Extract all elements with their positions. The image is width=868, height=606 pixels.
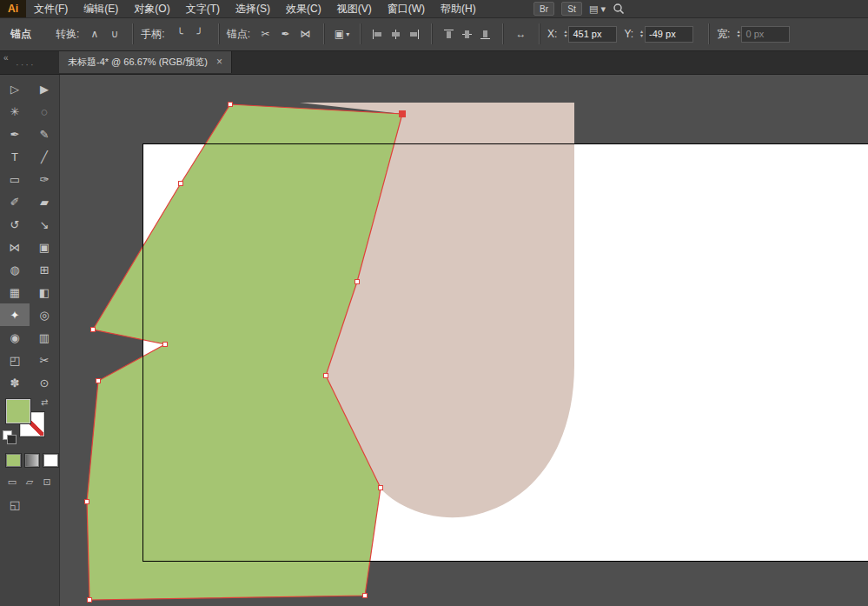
anchor-point[interactable] [163,343,168,347]
align-top-icon[interactable] [442,28,455,41]
convert-corner-icon[interactable]: ∧ [85,25,103,43]
align-left-icon[interactable] [371,28,384,41]
handles-hide-icon[interactable]: ╯ [191,25,209,43]
connect-path-icon[interactable]: ⋈ [296,25,315,43]
anchor-point[interactable] [324,374,328,378]
app-logo: Ai [0,0,26,17]
menu-help[interactable]: 帮助(H) [433,0,484,17]
type-tool[interactable]: T [0,145,30,168]
convert-smooth-icon[interactable]: ∪ [105,25,123,43]
document-tab-title: 未标题-4* @ 66.67% (RGB/预览) [68,56,208,69]
blend-tool[interactable]: ◎ [30,303,59,326]
separator [502,23,503,44]
line-segment-tool[interactable]: ╱ [30,145,59,168]
menu-edit[interactable]: 编辑(E) [76,0,126,17]
search-icon[interactable] [613,3,625,15]
draw-normal-icon[interactable]: ▭ [5,475,19,489]
hand-tool[interactable]: ✽ [0,371,30,394]
scale-tool[interactable]: ↘ [30,213,59,236]
align-middle-icon[interactable] [461,28,474,41]
paintbrush-tool[interactable]: ✑ [30,168,59,190]
align-right-icon[interactable] [407,28,421,41]
menu-window[interactable]: 窗口(W) [380,0,433,17]
width-stepper[interactable]: ▴ ▾ [737,30,739,38]
free-transform-tool[interactable]: ▣ [30,236,59,258]
perspective-grid-tool[interactable]: ⊞ [30,258,59,281]
column-graph-tool[interactable]: ▥ [30,326,59,349]
x-input[interactable]: 451 px [568,26,617,43]
artboard-tool[interactable]: ◰ [0,349,30,371]
rotate-tool[interactable]: ↺ [0,213,30,236]
stock-button[interactable]: St [561,2,582,16]
canvas-svg[interactable] [59,74,868,606]
eraser-tool[interactable]: ▰ [30,190,59,213]
x-label: X: [547,28,557,40]
anchor-point[interactable] [85,500,89,504]
width-tool[interactable]: ⋈ [0,236,30,258]
separator [360,23,361,44]
rectangle-tool[interactable]: ▭ [0,168,30,190]
none-fill-button[interactable] [43,453,59,468]
anchor-point[interactable] [88,598,92,603]
handles-show-icon[interactable]: ╰ [171,25,189,43]
isolate-box-icon: ▣ [335,28,344,40]
lasso-tool[interactable]: ◌ [30,100,59,123]
collapse-panel-icon[interactable]: « [3,53,7,63]
anchor-point[interactable] [379,486,383,490]
menu-file[interactable]: 文件(F) [26,0,76,17]
zoom-tool[interactable]: ⊙ [30,371,59,394]
symbol-sprayer-tool[interactable]: ◉ [0,326,30,349]
tab-bar: « ···· 未标题-4* @ 66.67% (RGB/预览) × [0,50,868,75]
pen-tool[interactable]: ✒ [0,123,30,145]
x-stepper[interactable]: ▴ ▾ [564,30,567,38]
anchor-point[interactable] [355,280,360,284]
bridge-button[interactable]: Br [533,2,554,16]
selected-anchor-point[interactable] [400,111,406,117]
distribute-spacing-icon[interactable]: ↔ [512,25,530,43]
workspace-switcher[interactable]: ▤ ▾ [589,3,606,15]
gradient-tool[interactable]: ◧ [30,281,59,303]
anchor-point[interactable] [96,379,101,383]
anchor-point[interactable] [91,328,96,332]
drawing-modes: ▭ ▱ ⊡ [0,468,59,489]
anchor-point[interactable] [179,182,183,186]
y-label: Y: [624,28,633,40]
separator [132,23,133,44]
close-tab-button[interactable]: × [216,56,222,68]
isolate-object-icon[interactable]: ▣ ▾ [333,25,351,43]
swap-fill-stroke-icon[interactable]: ⇄ [41,397,48,407]
curvature-tool[interactable]: ✎ [30,123,59,145]
slice-tool[interactable]: ✂ [30,349,59,371]
anchor-point[interactable] [229,103,233,107]
magic-wand-tool[interactable]: ✳ [0,100,30,123]
delete-anchor-icon[interactable]: ✒ [276,25,295,43]
pencil-tool[interactable]: ✐ [0,190,30,213]
color-fill-button[interactable] [5,453,22,468]
draw-inside-icon[interactable]: ⊡ [40,475,54,489]
fill-swatch[interactable] [6,399,30,423]
gradient-fill-button[interactable] [24,453,41,468]
draw-behind-icon[interactable]: ▱ [23,475,36,489]
y-stepper[interactable]: ▴ ▾ [640,30,643,38]
align-bottom-icon[interactable] [479,28,492,41]
menu-select[interactable]: 选择(S) [228,0,278,17]
eyedropper-tool[interactable]: ✦ [0,303,30,326]
direct-selection-tool[interactable]: ▷ [0,77,30,100]
shape-builder-tool[interactable]: ◍ [0,258,30,281]
width-input[interactable]: 0 px [741,26,790,43]
anchor-point[interactable] [363,594,368,598]
cut-path-icon[interactable]: ✂ [256,25,275,43]
selection-tool[interactable]: ▶ [30,77,59,100]
document-tab[interactable]: 未标题-4* @ 66.67% (RGB/预览) × [59,50,232,73]
screen-mode-icon[interactable]: ◱ [7,497,23,511]
tool-panel: ▷ ▶ ✳ ◌ ✒ ✎ T ╱ ▭ ✑ ✐ ▰ ↺ ↘ ⋈ ▣ ◍ ⊞ ▦ ◧ … [0,74,60,606]
mesh-tool[interactable]: ▦ [0,281,30,303]
y-input[interactable]: -49 px [645,26,693,43]
menu-type[interactable]: 文字(T) [178,0,228,17]
menu-object[interactable]: 对象(O) [126,0,177,17]
align-center-icon[interactable] [389,28,402,41]
canvas-area[interactable] [59,74,868,606]
menu-effect[interactable]: 效果(C) [278,0,329,17]
panel-grip-icon[interactable]: ···· [16,62,36,67]
menu-view[interactable]: 视图(V) [329,0,380,17]
